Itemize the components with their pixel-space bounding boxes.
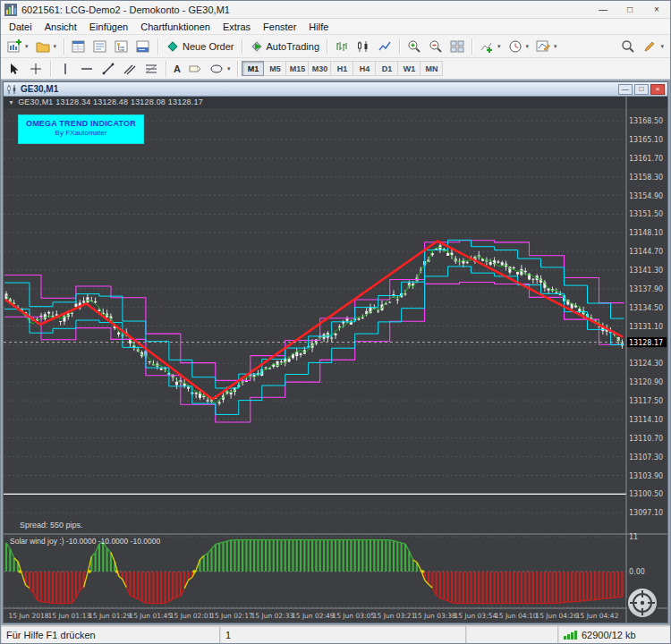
channel-tool-button[interactable] [119,59,140,78]
chart-line-button[interactable] [374,37,395,55]
indicators-button[interactable]: ▾ [476,37,505,55]
timeframe-m5-button[interactable]: M5 [264,61,286,76]
terminal-button[interactable] [132,37,154,55]
menu-fenster[interactable]: Fenster [257,19,302,35]
toolbar-separator [327,38,327,55]
vertical-line-tool-button[interactable] [55,59,76,78]
tile-windows-button[interactable] [446,37,468,55]
data-window-icon [93,39,107,54]
zoom-in-icon [407,39,421,54]
caret-down-icon: ▾ [54,43,57,50]
navigator-button[interactable] [111,37,132,55]
omega-title: OMEGA TREND INDICATOR [19,119,143,128]
new-chart-button[interactable]: ▾ [4,37,32,55]
shapes-icon [209,62,224,76]
quick-navigation-widget[interactable] [626,587,658,619]
zoom-in-button[interactable] [403,37,425,55]
timeframe-m15-button[interactable]: M15 [286,61,309,76]
search-button[interactable] [617,37,639,55]
title-bar[interactable]: 6021561: LCG-Demo2 - Demokonto - GE30,M1… [1,1,670,19]
menu-einfuegen[interactable]: Einfügen [83,19,134,35]
trendline-icon [101,62,115,76]
crosshair-icon [29,62,43,76]
profiles-folder-icon [36,39,50,54]
spread-label: Spread: 550 pips. [20,521,83,530]
triangle-down-icon: ▼ [8,99,14,106]
toolbar-standard: ▾ ▾ [1,35,670,58]
ohlc-text: GE30,M1 13128.34 13128.48 13128.08 13128… [18,97,203,106]
equidistant-channel-icon [123,62,137,76]
text-tool-button[interactable]: A [170,59,184,78]
caret-down-icon: ▾ [526,43,530,50]
vertical-line-icon [58,62,72,76]
chart-caption-bar[interactable]: GE30,M1 — □ × [4,82,667,97]
toolbar-separator [64,38,64,55]
caret-down-icon: ▾ [25,43,29,50]
search-icon [621,39,635,54]
connection-bars-icon [564,631,577,640]
templates-icon [536,39,550,54]
candlestick-chart-icon [356,39,370,54]
quick-edit-button[interactable]: ▾ [639,37,667,55]
autotrading-play-icon [250,39,264,54]
templates-button[interactable]: ▾ [532,37,561,55]
maximize-button[interactable]: □ [616,1,643,18]
connection-traffic-text: 62900/12 kb [582,630,636,640]
minimize-button[interactable]: — [590,1,616,18]
timeframe-w1-button[interactable]: W1 [398,61,420,76]
autotrading-button[interactable]: AutoTrading [246,37,324,55]
window-title: 6021561: LCG-Demo2 - Demokonto - GE30,M1 [21,4,590,15]
zoom-out-button[interactable] [425,37,446,55]
status-bar: Für Hilfe F1 drücken 1 62900/12 kb [1,625,670,643]
clock-icon [508,39,522,54]
market-watch-button[interactable] [68,37,89,55]
periods-button[interactable]: ▾ [505,37,533,55]
profiles-button[interactable]: ▾ [32,37,61,55]
new-order-button[interactable]: Neue Order [162,37,237,55]
chart-bars-button[interactable] [331,37,352,55]
cursor-tool-button[interactable] [4,59,25,78]
chart-restore-button[interactable]: □ [634,84,649,95]
label-tool-button[interactable] [184,59,206,78]
close-button[interactable]: × [643,1,670,18]
chart-candles-button[interactable] [352,37,374,55]
chart-minimize-button[interactable]: — [618,84,633,95]
data-window-button[interactable] [89,37,111,55]
timeframe-h4-button[interactable]: H4 [353,61,376,76]
trendline-tool-button[interactable] [98,59,119,78]
shapes-tool-button[interactable]: ▾ [206,59,234,78]
compass-icon [629,589,656,616]
caret-down-icon: ▾ [554,43,557,50]
omega-subtitle: By FXautomater [19,129,143,137]
menu-hilfe[interactable]: Hilfe [302,19,335,35]
toolbar-separator [471,38,472,55]
time-scale[interactable] [4,608,626,623]
menu-extras[interactable]: Extras [217,19,257,35]
cursor-icon [7,62,21,76]
app-icon [4,4,17,16]
status-empty-cell [466,626,558,643]
chart-ohlc-readout: ▼GE30,M1 13128.34 13128.48 13128.08 1312… [8,97,203,106]
timeframe-m30-button[interactable]: M30 [309,61,331,76]
price-scale[interactable] [626,97,667,608]
timeframe-m1-button[interactable]: M1 [242,61,264,76]
timeframe-h1-button[interactable]: H1 [331,61,353,76]
toolbar-separator [237,61,238,77]
crosshair-tool-button[interactable] [25,59,47,78]
chart-canvas[interactable]: 13168.5013165.1013161.7013158.3013154.90… [4,97,667,623]
horizontal-line-tool-button[interactable] [76,59,98,78]
menu-chartfunktionen[interactable]: Chartfunktionen [134,19,217,35]
tile-windows-icon [450,39,464,54]
chart-close-button[interactable]: × [650,84,665,95]
timeframe-d1-button[interactable]: D1 [376,61,398,76]
toolbar-separator [50,61,51,77]
status-help-text: Für Hilfe F1 drücken [1,626,220,643]
new-order-diamond-icon [166,39,180,54]
menu-bar: Datei Ansicht Einfügen Chartfunktionen E… [1,19,670,35]
timeframe-mn-button[interactable]: MN [420,61,443,76]
menu-ansicht[interactable]: Ansicht [38,19,83,35]
fibonacci-tool-button[interactable] [140,59,162,78]
new-order-label: Neue Order [183,41,234,52]
menu-datei[interactable]: Datei [3,19,38,35]
toolbar-separator [157,38,158,55]
